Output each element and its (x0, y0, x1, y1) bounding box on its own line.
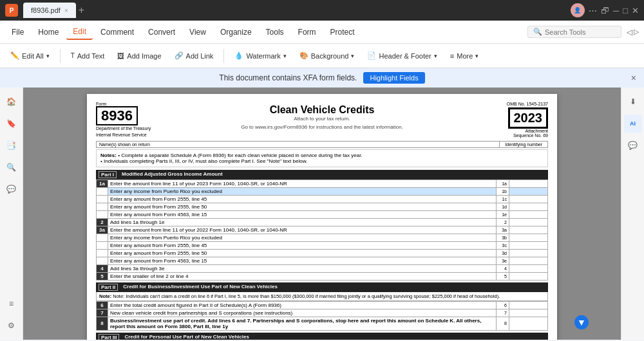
menu-edit[interactable]: Edit (66, 24, 93, 40)
sidebar-settings-icon[interactable]: ⚙ (3, 317, 21, 335)
tab-bar: f8936.pdf × + (23, 3, 565, 18)
edit-all-button[interactable]: ✏️ Edit All ▾ (5, 49, 55, 62)
maximize-icon[interactable]: □ (623, 6, 628, 15)
menu-bar: File Home Edit Comment Convert View Orga… (0, 21, 644, 44)
menu-home[interactable]: Home (32, 25, 65, 39)
row-desc: Enter any amount from Form 2555, line 45 (108, 195, 497, 203)
sidebar-home-icon[interactable]: 🏠 (3, 93, 21, 111)
part1-table: 1a Enter the amount from line 11 of your… (96, 180, 548, 281)
notes-item-2: • Individuals completing Parts II, III, … (100, 158, 307, 164)
menu-file[interactable]: File (5, 25, 30, 39)
value-cell[interactable] (509, 195, 548, 203)
value-cell[interactable] (509, 301, 548, 309)
value-cell[interactable] (509, 218, 548, 226)
value-cell[interactable] (509, 210, 548, 218)
line-num: 1e (497, 210, 509, 218)
row-label: 2 (97, 218, 108, 226)
name-row: Name(s) shown on return Identifying numb… (96, 141, 548, 148)
tab-close-btn[interactable]: × (64, 7, 68, 14)
line-num: 3e (497, 257, 509, 264)
row-desc: Enter any income from Puerto Rico you ex… (108, 234, 497, 241)
tax-year: 2023 (508, 107, 549, 129)
text-icon: T (71, 52, 75, 59)
search-input[interactable] (545, 28, 616, 36)
part2-title: Credit for Business/Investment Use Part … (123, 284, 278, 291)
left-sidebar: 🏠 🔖 📑 🔍 💬 ≡ ⚙ (0, 88, 23, 340)
value-cell[interactable] (509, 241, 548, 249)
line-num: 1b (497, 187, 509, 195)
sidebar-comment-icon[interactable]: 💬 (3, 180, 21, 198)
sequence-no: Sequence No. 69 (490, 133, 548, 138)
background-button[interactable]: 🎨 Background ▾ (294, 49, 360, 62)
part3-label: Part III (99, 334, 119, 340)
line-num: 8 (497, 317, 509, 330)
highlight-fields-button[interactable]: Highlight Fields (363, 72, 424, 84)
ai-icon[interactable]: AI (624, 115, 642, 133)
form-number: 8936 (96, 106, 138, 125)
value-cell[interactable] (509, 317, 548, 330)
menu-organize[interactable]: Organize (214, 25, 258, 39)
part3-header: Part III Credit for Personal Use Part of… (96, 333, 548, 340)
value-cell[interactable] (509, 226, 548, 234)
value-cell[interactable] (509, 257, 548, 264)
value-cell[interactable] (509, 234, 548, 241)
value-cell[interactable] (509, 203, 548, 210)
sidebar-page-icon[interactable]: 📑 (3, 136, 21, 154)
value-cell[interactable] (509, 264, 548, 272)
settings-icon[interactable]: ⋯ (589, 6, 597, 15)
table-row: Enter any amount from Form 2555, line 50… (97, 249, 548, 257)
row-desc: Enter any amount from Form 2555, line 45 (108, 241, 497, 249)
nav-back-icon[interactable]: ◁ (627, 28, 632, 37)
app-logo: P (5, 4, 18, 17)
add-image-button[interactable]: 🖼 Add Image (112, 50, 166, 62)
restore-icon[interactable]: 🗗 (601, 6, 609, 15)
value-cell[interactable] (509, 249, 548, 257)
menu-view[interactable]: View (183, 25, 213, 39)
value-cell[interactable] (509, 187, 548, 195)
minimize-icon[interactable]: ─ (613, 6, 619, 15)
nav-forward-icon[interactable]: ▷ (634, 28, 639, 36)
row-label (97, 241, 108, 249)
sidebar-layers-icon[interactable]: ≡ (3, 295, 21, 313)
menu-tools[interactable]: Tools (260, 25, 290, 39)
scroll-down-button[interactable]: ▼ (574, 315, 589, 329)
download-icon[interactable]: ⬇ (624, 93, 642, 111)
line-num: 3c (497, 241, 509, 249)
sidebar-search-icon[interactable]: 🔍 (3, 158, 21, 176)
row-label (97, 234, 108, 241)
active-tab[interactable]: f8936.pdf × (23, 3, 76, 18)
pdf-page: Form 8936 Department of the Treasury Int… (87, 94, 557, 340)
value-cell[interactable] (509, 272, 548, 280)
watermark-button[interactable]: 💧 Watermark ▾ (229, 49, 291, 62)
chat-icon[interactable]: 💬 (624, 136, 642, 154)
row-label: 7 (97, 309, 108, 317)
search-tools[interactable]: 🔍 (527, 26, 621, 38)
menu-comment[interactable]: Comment (94, 25, 140, 39)
edit-icon: ✏️ (10, 51, 19, 60)
header-footer-button[interactable]: 📄 Header & Footer ▾ (362, 49, 442, 62)
value-cell[interactable] (509, 309, 548, 317)
table-row: 3a Enter the amount from line 11 of your… (97, 226, 548, 234)
value-cell[interactable] (509, 180, 548, 187)
add-text-button[interactable]: T Add Text (66, 50, 110, 62)
line-num: 3b (497, 234, 509, 241)
user-avatar: 👤 (571, 3, 585, 17)
watermark-dropdown-icon: ▾ (283, 53, 287, 59)
line-num: 3d (497, 249, 509, 257)
add-link-button[interactable]: 🔗 Add Link (169, 49, 219, 62)
row-desc: Add lines 3a through 3e (108, 264, 497, 272)
pdf-container: Form 8936 Department of the Treasury Int… (23, 88, 621, 340)
notification-close-btn[interactable]: × (631, 73, 636, 83)
edit-dropdown-icon: ▾ (46, 53, 50, 59)
more-button[interactable]: ≡ More ▾ (445, 50, 484, 62)
table-row: Enter any amount from Form 2555, line 45… (97, 241, 548, 249)
table-row: 5 Enter the smaller of line 2 or line 4 … (97, 272, 548, 280)
menu-convert[interactable]: Convert (142, 25, 182, 39)
menu-protect[interactable]: Protect (324, 25, 361, 39)
more-icon: ≡ (450, 52, 454, 60)
close-icon[interactable]: ✕ (632, 6, 639, 15)
sidebar-bookmark-icon[interactable]: 🔖 (3, 115, 21, 133)
menu-form[interactable]: Form (292, 25, 323, 39)
new-tab-btn[interactable]: + (79, 5, 84, 16)
row-label (97, 249, 108, 257)
